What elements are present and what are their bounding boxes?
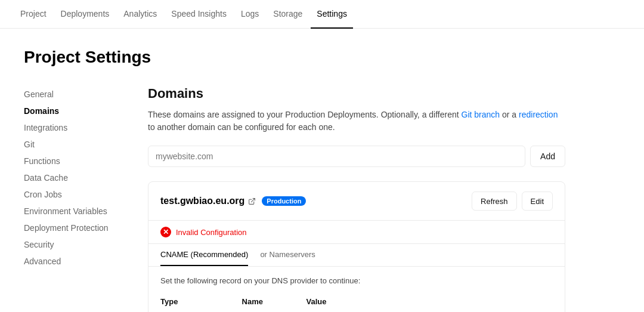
dns-col-name: Name [242,295,306,311]
sidebar: General Domains Integrations Git Functio… [24,86,119,312]
sidebar-item-security[interactable]: Security [24,236,119,253]
sidebar-item-functions[interactable]: Functions [24,153,119,169]
sidebar-item-cron-jobs[interactable]: Cron Jobs [24,186,119,203]
page-title: Project Settings [24,29,620,86]
nav-item-settings[interactable]: Settings [311,0,353,29]
invalid-config-row: ✕ Invalid Configuration [148,221,565,244]
content-layout: General Domains Integrations Git Functio… [24,86,620,312]
svg-line-0 [252,198,255,202]
external-link-icon[interactable] [248,197,256,205]
domains-section-title: Domains [148,86,565,101]
page-container: Project Settings General Domains Integra… [0,29,644,312]
domain-card-header: test.gwbiao.eu.org Production [148,182,565,221]
sidebar-item-domains[interactable]: Domains [24,103,119,119]
edit-button[interactable]: Edit [522,191,553,211]
dns-card-body: Set the following record on your DNS pro… [148,267,565,312]
dns-table: Type Name Value CNAME test cname.vercel-… [160,295,553,312]
nav-item-speed-insights[interactable]: Speed Insights [165,0,233,29]
sidebar-item-general[interactable]: General [24,86,119,103]
dns-col-value: Value [306,295,517,311]
dns-col-type: Type [160,295,242,311]
domain-actions: Refresh Edit [472,191,553,211]
nav-item-storage[interactable]: Storage [267,0,308,29]
dns-tabs: CNAME (Recommended) or Nameservers [148,244,565,267]
dns-description: Set the following record on your DNS pro… [160,276,553,285]
sidebar-item-advanced[interactable]: Advanced [24,253,119,270]
tab-cname[interactable]: CNAME (Recommended) [160,244,248,266]
add-domain-button[interactable]: Add [530,146,565,167]
main-content: Domains These domains are assigned to yo… [148,86,565,312]
error-circle-icon: ✕ [160,227,171,237]
sidebar-item-deployment-protection[interactable]: Deployment Protection [24,220,119,236]
domain-info: test.gwbiao.eu.org Production [160,196,306,206]
domain-name: test.gwbiao.eu.org [160,196,256,206]
description-text-2: or a [500,110,519,119]
refresh-button[interactable]: Refresh [472,191,517,211]
sidebar-item-env-vars[interactable]: Environment Variables [24,203,119,220]
nav-item-deployments[interactable]: Deployments [55,0,116,29]
description-text-1: These domains are assigned to your Produ… [148,110,462,119]
redirection-link[interactable]: redirection [519,110,558,119]
nav-item-analytics[interactable]: Analytics [117,0,163,29]
domain-input[interactable] [148,146,525,167]
top-navigation: Project Deployments Analytics Speed Insi… [0,0,644,29]
git-branch-link[interactable]: Git branch [462,110,500,119]
domain-card: test.gwbiao.eu.org Production [148,181,565,312]
sidebar-item-data-cache[interactable]: Data Cache [24,169,119,186]
production-badge: Production [262,196,306,206]
domains-description: These domains are assigned to your Produ… [148,109,565,134]
invalid-config-text: Invalid Configuration [176,228,247,237]
add-domain-row: Add [148,146,565,167]
sidebar-item-git[interactable]: Git [24,136,119,153]
nav-item-project[interactable]: Project [14,0,52,29]
description-text-3: to another domain can be configured for … [148,122,335,132]
tab-nameservers[interactable]: or Nameservers [260,244,315,266]
sidebar-item-integrations[interactable]: Integrations [24,119,119,136]
nav-item-logs[interactable]: Logs [235,0,265,29]
